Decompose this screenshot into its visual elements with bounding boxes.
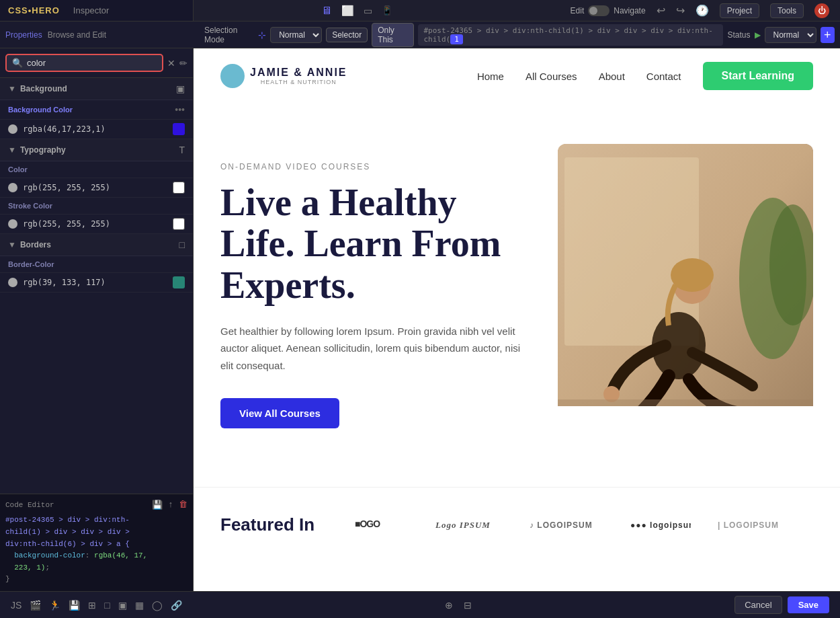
hero-description: Get healthier by following lorem Ipsum. … (220, 323, 531, 375)
desktop-icon[interactable]: 🖥 (321, 5, 332, 17)
code-line-3: div:nth-child(6) > div > a { (5, 539, 187, 551)
canvas-area: JAMIE & ANNIE HEALTH & NUTRITION Home Al… (194, 48, 840, 591)
svg-text:Logo IPSUM: Logo IPSUM (435, 520, 491, 530)
stroke-color-value-row: rgb(255, 255, 255) (0, 215, 193, 234)
borders-section-icon: □ (179, 239, 185, 250)
hero-tag: ON-DEMAND VIDEO COURSES (220, 162, 531, 171)
search-edit-icon[interactable]: ✏ (179, 58, 187, 69)
search-input-wrap: 🔍 (5, 54, 163, 72)
color-circle (8, 183, 17, 192)
color-swatch[interactable] (173, 182, 185, 194)
status-label: Status (727, 30, 750, 40)
normal-select[interactable]: Normal (270, 27, 322, 43)
nav-link-about[interactable]: About (599, 71, 625, 82)
background-color-circle (8, 124, 17, 134)
properties-link[interactable]: Properties (5, 30, 42, 40)
circle-icon[interactable]: ◯ (152, 600, 163, 611)
hero-content: ON-DEMAND VIDEO COURSES Live a Healthy L… (220, 162, 531, 428)
code-line-5: 223, 1); (5, 562, 187, 574)
redo-icon[interactable]: ↪ (676, 4, 685, 17)
logo-circle (220, 64, 245, 88)
website-frame: JAMIE & ANNIE HEALTH & NUTRITION Home Al… (194, 48, 840, 591)
logo-area: CSS•HERO Inspector (0, 0, 194, 21)
hero-image (558, 144, 813, 447)
code-delete-icon[interactable]: 🗑 (179, 500, 187, 510)
status-active-icon: ▶ (755, 30, 761, 40)
background-color-more[interactable]: ••• (175, 104, 185, 115)
animation-icon[interactable]: 🏃 (49, 600, 60, 611)
edit-navigate-switch[interactable] (588, 5, 610, 16)
featured-logo-4: ●●● logoipsum• (630, 516, 691, 534)
background-color-swatch[interactable] (173, 123, 185, 135)
top-bar-right: Edit Navigate ↩ ↪ 🕐 Project Tools ⏻ (519, 3, 840, 18)
start-learning-button[interactable]: Start Learning (703, 62, 813, 90)
border-color-swatch[interactable] (173, 276, 185, 288)
nav-link-courses[interactable]: All Courses (526, 71, 577, 82)
power-button[interactable]: ⏻ (814, 3, 829, 18)
link-icon[interactable]: 🔗 (171, 600, 182, 611)
grid-icon[interactable]: ⊞ (88, 600, 96, 611)
code-line-4: background-color: rgba(46, 17, (5, 550, 187, 562)
typography-section-title: ▼ Typography (8, 145, 66, 155)
typography-section-header[interactable]: ▼ Typography T (0, 139, 193, 161)
code-line-1: #post-24365 > div > div:nth- (5, 514, 187, 527)
border-color-value-row: rgb(39, 133, 117) (0, 273, 193, 293)
cancel-button[interactable]: Cancel (734, 596, 782, 614)
box2-icon[interactable]: ▣ (118, 600, 127, 611)
layers-icon[interactable]: ⊕ (445, 600, 453, 611)
tab-inspector[interactable]: Inspector (73, 5, 109, 15)
search-clear-icon[interactable]: ✕ (167, 58, 175, 69)
stroke-color-circle (8, 219, 17, 229)
status-select[interactable]: Normal (765, 27, 816, 43)
background-color-value: rgba(46,17,223,1) (23, 124, 167, 134)
bottom-icons: JS 🎬 🏃 💾 ⊞ □ ▣ ▦ ◯ 🔗 (11, 600, 182, 611)
nav-logo-area: JAMIE & ANNIE HEALTH & NUTRITION (220, 64, 347, 88)
borders-section-title: ▼ Borders (8, 240, 51, 249)
video-icon[interactable]: 🎬 (30, 600, 41, 611)
box-icon[interactable]: □ (104, 600, 110, 611)
borders-section-header[interactable]: ▼ Borders □ (0, 234, 193, 256)
search-input[interactable] (27, 58, 157, 68)
code-save-icon[interactable]: 💾 (152, 500, 163, 510)
tablet-portrait-icon[interactable]: ▭ (364, 5, 372, 16)
edit-navigate-toggle: Edit Navigate (571, 5, 646, 16)
only-this-badge[interactable]: Only This (372, 23, 414, 47)
code-editor-header: Code Editor 💾 ↑ 🗑 (5, 500, 187, 510)
logos-row: ■OGO Logo IPSUM ♪ LOGOIPSUM ●●● logoipsu… (355, 515, 813, 535)
js-icon[interactable]: JS (11, 600, 22, 611)
history-icon[interactable]: 🕐 (696, 4, 709, 17)
hero-title: Live a Healthy Life. Learn From Experts. (220, 182, 531, 307)
background-section-title: ▼ Background (8, 84, 67, 93)
selector-badge[interactable]: Selector (326, 28, 368, 42)
toolbar-main: Selection Mode ⊹ Normal Selector Only Th… (204, 23, 835, 47)
stroke-color-swatch[interactable] (173, 218, 185, 230)
save-button[interactable]: Save (788, 596, 829, 613)
background-section-header[interactable]: ▼ Background ▣ (0, 78, 193, 100)
tools-button[interactable]: Tools (770, 3, 804, 18)
save-icon[interactable]: 💾 (69, 600, 80, 611)
add-button[interactable]: + (821, 27, 835, 43)
hero-image-footer (558, 406, 813, 447)
code-export-icon[interactable]: ↑ (168, 500, 173, 510)
browse-edit-link[interactable]: Browse and Edit (48, 30, 106, 40)
featured-logo-3: ♪ LOGOIPSUM (530, 516, 603, 534)
code-editor-title: Code Editor (5, 501, 54, 509)
featured-logo-2: Logo IPSUM (435, 516, 503, 534)
project-button[interactable]: Project (720, 3, 759, 18)
border-color-label-row: Border-Color (0, 256, 193, 273)
nav-link-contact[interactable]: Contact (646, 71, 681, 82)
view-all-courses-button[interactable]: View All Courses (220, 398, 339, 428)
chevron-down-icon-borders: ▼ (8, 240, 16, 249)
tablet-landscape-icon[interactable]: ⬜ (341, 5, 354, 17)
nav-logo-sub: HEALTH & NUTRITION (261, 79, 337, 86)
undo-icon[interactable]: ↩ (657, 4, 665, 17)
nav-link-home[interactable]: Home (477, 71, 504, 82)
nav-links: Home All Courses About Contact Start Lea… (477, 62, 813, 90)
nav-logo: JAMIE & ANNIE HEALTH & NUTRITION (250, 66, 347, 86)
code-content: #post-24365 > div > div:nth- child(1) > … (5, 514, 187, 586)
svg-text:♪ LOGOIPSUM: ♪ LOGOIPSUM (530, 520, 593, 530)
app-logo: CSS•HERO (8, 5, 60, 15)
layout-icon[interactable]: ▦ (135, 600, 144, 611)
phone-icon[interactable]: 📱 (382, 5, 392, 15)
align-icon[interactable]: ⊟ (464, 600, 472, 611)
